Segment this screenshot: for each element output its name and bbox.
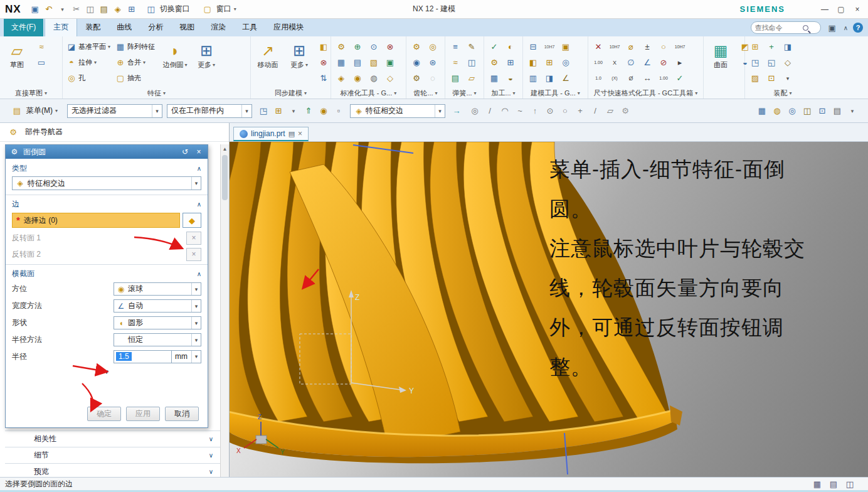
tab-close-icon[interactable]: × <box>298 129 302 138</box>
dialog-section-collapsed[interactable]: 细节 ∨ <box>5 447 222 463</box>
gear-tool-icon-2[interactable]: ◉ <box>408 55 425 70</box>
mtool-icon-7[interactable]: ▣ <box>558 39 574 55</box>
snap-pole-icon[interactable]: ↑ <box>528 104 542 118</box>
dim-tool-icon-18[interactable]: ✓ <box>672 70 688 86</box>
show-hide-icon[interactable]: ▦ <box>755 104 769 118</box>
menu-button[interactable]: ▤ 菜单(M) ▾ <box>5 102 63 120</box>
document-tab[interactable]: lingjian.prt ▤ × <box>233 127 309 141</box>
pin-icon[interactable]: ▤ <box>288 130 295 138</box>
dialog-title-bar[interactable]: ⚙ 面倒圆 ↺ × <box>6 145 208 159</box>
dialog-row-dropdown[interactable]: 恒定 ▾ <box>114 333 201 346</box>
cross-section-header[interactable]: 横截面 ∧ <box>12 267 201 281</box>
spring-tool-icon-1[interactable]: ≡ <box>447 39 463 55</box>
mach-tool-icon-6[interactable]: ◒ <box>502 70 519 86</box>
view-dropdown-icon[interactable]: ▾ <box>845 104 859 118</box>
mach-tool-icon-1[interactable]: ✓ <box>486 39 502 55</box>
mtool-icon-2[interactable]: ◧ <box>525 55 541 70</box>
gear-tool-icon-1[interactable]: ⚙ <box>408 39 425 55</box>
snap-arc-center-icon[interactable]: ⊙ <box>543 104 557 118</box>
undo-dropdown-icon[interactable]: ▾ <box>56 3 69 16</box>
dim-tool-icon-10[interactable]: ± <box>639 39 655 55</box>
mach-tool-icon-5[interactable]: ⊞ <box>502 55 519 70</box>
snap-end-point-icon[interactable]: / <box>483 104 497 118</box>
dim-tool-icon-12[interactable]: ↔ <box>639 70 655 86</box>
show-constraints-icon[interactable]: ⇑ <box>302 104 315 118</box>
tab-file[interactable]: 文件(F) <box>4 19 43 36</box>
std-tool-icon-10[interactable]: ⊗ <box>382 39 398 55</box>
std-tool-icon-2[interactable]: ▦ <box>333 55 349 70</box>
panel-layout-icon[interactable]: ▤ <box>827 477 840 491</box>
move-face-button[interactable]: ↗ 移动面 <box>253 39 283 70</box>
gear-tool-icon-3[interactable]: ⚙ <box>408 70 425 86</box>
dim-tool-icon-13[interactable]: ○ <box>655 39 672 55</box>
std-tool-icon-11[interactable]: ▣ <box>382 55 398 70</box>
rotate-view-icon[interactable]: ◎ <box>785 104 799 118</box>
mtool-icon-3[interactable]: ▥ <box>525 70 541 86</box>
selection-filter-dropdown[interactable]: 无选择过滤器 ▾ <box>67 104 162 118</box>
shaded-view-icon[interactable]: ⊡ <box>815 104 829 118</box>
dock-icon[interactable]: ◫ <box>843 477 857 491</box>
offset-region-icon[interactable]: ⇅ <box>315 70 332 86</box>
paste-icon[interactable]: ▤ <box>98 3 110 16</box>
part-navigator-header[interactable]: ⚙ 部件导航器 <box>0 123 229 142</box>
snap-slash-icon[interactable]: / <box>588 104 602 118</box>
apply-button[interactable]: 应用 <box>126 407 160 421</box>
mach-tool-icon-4[interactable]: ◐ <box>502 39 519 55</box>
tab-render[interactable]: 渲染 <box>203 19 234 36</box>
snap-point-menu-icon[interactable]: ◎ <box>468 104 482 118</box>
dim-tool-icon-16[interactable]: 10H7 <box>672 39 688 55</box>
spring-tool-icon-6[interactable]: ▱ <box>463 70 480 86</box>
help-icon[interactable]: ? <box>853 23 863 33</box>
copy-icon[interactable]: ◫ <box>84 3 97 16</box>
assembly-icon-3[interactable]: ▨ <box>747 70 763 86</box>
group-label-gear[interactable]: 齿轮...▾ <box>406 88 445 99</box>
group-label-modeling-tools[interactable]: 建模工具 - G...▾ <box>523 88 588 99</box>
dialog-more-expander[interactable]: ▾ <box>12 365 201 376</box>
immersive-view-icon[interactable]: ◍ <box>770 104 784 118</box>
assembly-icon-2[interactable]: ◳ <box>747 55 763 70</box>
group-label-feature[interactable]: 特征▾ <box>63 88 250 99</box>
sync-more-button[interactable]: ⊞ 更多▾ <box>284 39 314 70</box>
viewport-canvas[interactable]: Z Y Z X Y 菜单-插入-细节特征-面倒 <box>230 142 868 477</box>
profile-icon[interactable]: ≈ <box>33 39 50 55</box>
assembly-constraints-icon[interactable]: ◳ <box>257 104 270 118</box>
ok-button[interactable]: 确定 <box>87 407 121 421</box>
edge-section-header[interactable]: 边 ∧ <box>12 197 201 211</box>
sketch-button[interactable]: ▱ 草图 <box>2 39 32 70</box>
selection-scope-dropdown[interactable]: 仅在工作部件内 ▾ <box>167 104 252 118</box>
snap-settings-icon[interactable]: ⚙ <box>618 104 632 118</box>
tab-home[interactable]: 主页 <box>45 18 77 36</box>
std-tool-icon-9[interactable]: ◍ <box>366 70 382 86</box>
group-label-direct-sketch[interactable]: 直接草图▾ <box>0 88 62 99</box>
mtool-icon-8[interactable]: ◎ <box>558 55 574 70</box>
dim-tool-icon-15[interactable]: 1.00 <box>655 70 672 86</box>
group-label-dimension-tools[interactable]: 尺寸快速格式化工具 - GC工具箱▾ <box>588 88 703 99</box>
spring-tool-icon-2[interactable]: ≈ <box>447 55 463 70</box>
snap-mid-point-icon[interactable]: ◠ <box>498 104 512 118</box>
group-label-machining[interactable]: 加工...▾ <box>484 88 522 99</box>
snap-point-icon[interactable]: + <box>573 104 587 118</box>
reverse-face-2-button[interactable]: × <box>186 248 201 261</box>
dim-tool-icon-1[interactable]: ✕ <box>590 39 606 55</box>
ribbon-button[interactable]: ◪基准平面▾ <box>65 39 112 55</box>
command-search[interactable] <box>751 21 821 34</box>
repeat-command-icon[interactable]: ◈ <box>112 3 124 16</box>
std-tool-icon-1[interactable]: ⚙ <box>333 39 349 55</box>
dim-tool-icon-8[interactable]: ∅ <box>623 55 639 70</box>
minimize-ribbon-icon[interactable]: ∧ <box>844 24 848 31</box>
add-component-icon[interactable]: ⊞ <box>747 39 763 55</box>
std-tool-icon-7[interactable]: ⊙ <box>366 39 382 55</box>
dim-tool-icon-17[interactable]: ▸ <box>672 55 688 70</box>
window-grid-icon[interactable]: ▦ <box>810 477 824 491</box>
mach-tool-icon-2[interactable]: ⚙ <box>486 55 502 70</box>
group-label-assembly[interactable]: 装配▾ <box>745 88 820 99</box>
mtool-icon-9[interactable]: ∠ <box>558 70 574 86</box>
ribbon-button[interactable]: ◎孔 <box>65 70 112 86</box>
dialog-row-dropdown[interactable]: ∠ 自动 ▾ <box>114 299 201 313</box>
type-dropdown[interactable]: ◈ 特征相交边 ▾ <box>12 176 201 190</box>
replace-face-icon[interactable]: ◧ <box>315 39 332 55</box>
cut-icon[interactable]: ✂ <box>70 3 83 16</box>
group-label-std-tools[interactable]: 标准化工具 - G...▾ <box>331 88 406 99</box>
ribbon-button[interactable]: ◓拉伸▾ <box>65 55 112 70</box>
close-button[interactable]: × <box>850 3 864 16</box>
